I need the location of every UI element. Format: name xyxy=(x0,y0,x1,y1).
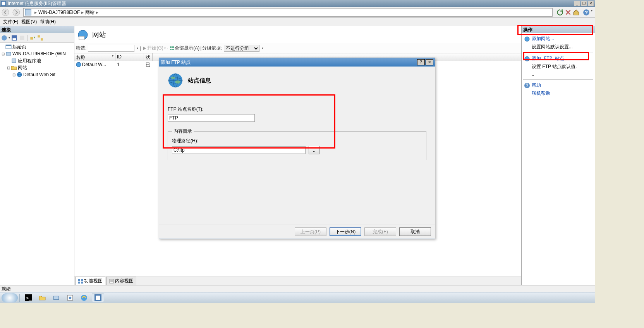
filter-row: 筛选: ▾ | 开始(G) ▾ · 全部显示(A) | 分组依据: 不进行分组 … xyxy=(74,43,521,53)
connections-tree: 起始页 ⊟ WIN-DAJT9R8EIOF (WIN 应用程序池 ⊟ 网站 ⊞ … xyxy=(0,43,74,285)
connect-dropdown[interactable]: ▾ xyxy=(9,36,10,39)
task-item[interactable] xyxy=(50,294,62,302)
help-dropdown-icon[interactable]: ▾ xyxy=(591,9,592,16)
groupby-label: 分组依据: xyxy=(202,45,222,51)
delete-icon[interactable] xyxy=(19,34,26,41)
tab-content[interactable]: 内容视图 xyxy=(106,277,136,285)
tree-server[interactable]: ⊟ WIN-DAJT9R8EIOF (WIN xyxy=(1,50,73,57)
row-name: Default W... xyxy=(82,62,106,67)
task-item[interactable] xyxy=(64,294,76,302)
breadcrumb-server[interactable]: WIN-DAJT9R8EIOF xyxy=(38,10,80,15)
action-online-help[interactable]: 联机帮助 xyxy=(523,89,593,97)
connect-icon[interactable] xyxy=(1,34,8,41)
svg-text:?: ? xyxy=(526,83,528,88)
finish-button[interactable]: 完成(F) xyxy=(364,227,396,236)
svg-rect-21 xyxy=(172,46,174,48)
svg-point-45 xyxy=(175,80,180,84)
row-status: 已 xyxy=(144,62,153,68)
breadcrumb[interactable]: ▸ WIN-DAJT9R8EIOF ▸ 网站 ▸ xyxy=(23,8,553,17)
tree-start-page[interactable]: 起始页 xyxy=(1,43,73,50)
sites-folder-icon xyxy=(11,65,17,71)
filter-input[interactable] xyxy=(88,45,134,52)
tab-features[interactable]: 功能视图 xyxy=(75,277,105,285)
save-icon[interactable] xyxy=(11,34,18,41)
globe-large-icon xyxy=(168,73,183,88)
svg-text:?: ? xyxy=(585,10,588,15)
task-item-iis[interactable] xyxy=(92,294,104,302)
action-set-ftp-defaults[interactable]: 设置 FTP 站点默认值. xyxy=(523,63,593,71)
dialog-close-button[interactable]: ✕ xyxy=(426,59,433,65)
go-label[interactable]: 开始(G) xyxy=(147,45,163,51)
next-button[interactable]: 下一步(N) xyxy=(330,227,361,236)
ie-icon xyxy=(81,294,88,301)
task-item[interactable]: >_ xyxy=(22,294,34,302)
cancel-button[interactable]: 取消 xyxy=(399,227,431,236)
breadcrumb-node[interactable]: 网站 xyxy=(85,9,94,16)
col-id[interactable]: ID xyxy=(115,53,144,61)
menu-file[interactable]: 文件(F) xyxy=(2,18,20,26)
prev-button[interactable]: 上一页(P) xyxy=(295,227,326,236)
window-title-bar: Internet 信息服务(IIS)管理器 _ ❐ ✕ xyxy=(0,0,595,7)
iis-icon xyxy=(94,294,101,301)
menu-view[interactable]: 视图(V) xyxy=(20,18,38,26)
up-icon[interactable] xyxy=(29,34,36,41)
back-button[interactable] xyxy=(1,8,10,17)
tree-sites[interactable]: ⊟ 网站 xyxy=(1,64,73,71)
dialog-title-bar[interactable]: 添加 FTP 站点 ? ✕ xyxy=(159,58,435,67)
go-icon[interactable] xyxy=(142,46,147,51)
groupby-select[interactable]: 不进行分组 xyxy=(224,45,259,52)
go-dropdown[interactable]: ▾ xyxy=(163,46,167,51)
showall-label[interactable]: 全部显示(A) xyxy=(175,45,199,51)
dialog-help-button[interactable]: ? xyxy=(417,59,425,65)
svg-rect-22 xyxy=(170,49,172,50)
action-add-ftp-label: 添加 FTP 站点... xyxy=(532,55,573,62)
start-button[interactable] xyxy=(2,293,18,302)
group-extra-dropdown[interactable]: ▾ xyxy=(261,46,264,51)
action-set-ftp-defaults-cont[interactable]: .. xyxy=(523,71,593,78)
actions-sep2 xyxy=(523,79,593,80)
menu-bar: 文件(F) 视图(V) 帮助(H) xyxy=(0,18,595,26)
action-help[interactable]: ? 帮助 xyxy=(523,81,593,89)
tree-icon[interactable] xyxy=(37,34,44,41)
server-icon xyxy=(25,9,31,15)
refresh-icon[interactable] xyxy=(556,9,563,16)
tree-app-pool[interactable]: 应用程序池 xyxy=(1,57,73,64)
menu-help[interactable]: 帮助(H) xyxy=(38,18,57,26)
explorer-icon xyxy=(39,294,46,301)
start-page-icon xyxy=(5,44,12,50)
col-status[interactable]: 状 xyxy=(144,53,153,61)
browse-button[interactable]: .. xyxy=(309,146,319,154)
task-item[interactable] xyxy=(36,294,48,302)
minimize-button[interactable]: _ xyxy=(574,1,580,6)
site-name-input[interactable] xyxy=(168,114,255,122)
showall-icon[interactable] xyxy=(169,46,175,51)
svg-point-7 xyxy=(2,35,7,41)
connections-header: 连接 xyxy=(0,26,74,33)
svg-rect-4 xyxy=(25,9,31,15)
action-add-site[interactable]: 添加网站... xyxy=(523,35,593,43)
maximize-button[interactable]: ❐ xyxy=(581,1,587,6)
col-name[interactable]: 名称 ▾ xyxy=(74,53,115,61)
stop-icon[interactable] xyxy=(565,9,572,16)
svg-rect-23 xyxy=(172,49,174,50)
svg-point-39 xyxy=(81,295,87,301)
filter-dropdown[interactable]: ▾ xyxy=(136,46,139,51)
status-bar: 就绪 xyxy=(0,285,595,292)
svg-point-24 xyxy=(76,62,81,67)
action-set-defaults-label: 设置网站默认设置... xyxy=(532,44,573,50)
action-add-ftp[interactable]: 添加 FTP 站点... xyxy=(523,55,593,63)
dialog-heading: 站点信息 xyxy=(168,71,426,90)
action-set-defaults[interactable]: 设置网站默认设置... xyxy=(523,43,593,51)
tree-default-site[interactable]: ⊞ Default Web Sit xyxy=(1,71,73,78)
help-icon[interactable]: ? xyxy=(583,9,590,16)
path-input[interactable] xyxy=(172,146,306,154)
content-dir-fieldset: 内容目录 物理路径(H): .. xyxy=(168,128,426,160)
task-item[interactable] xyxy=(78,294,90,302)
close-button[interactable]: ✕ xyxy=(588,1,594,6)
action-add-site-label: 添加网站... xyxy=(532,36,554,42)
home-icon[interactable] xyxy=(573,9,580,16)
svg-rect-25 xyxy=(78,279,80,281)
svg-point-30 xyxy=(525,37,529,41)
forward-button[interactable] xyxy=(12,8,21,17)
actions-header: 操作 xyxy=(522,26,595,33)
